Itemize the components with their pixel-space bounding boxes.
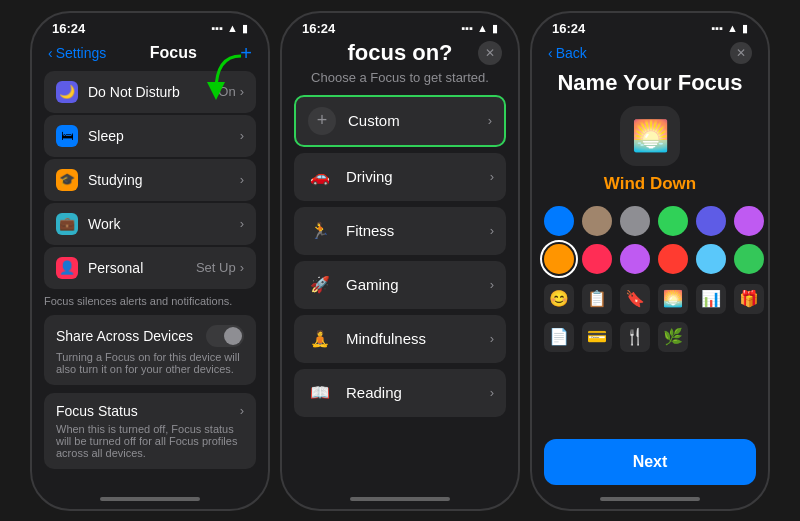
work-item[interactable]: 💼 Work ›: [44, 203, 256, 245]
mindfulness-label: Mindfulness: [346, 330, 490, 347]
personal-status: Set Up: [196, 260, 236, 275]
next-button[interactable]: Next: [544, 439, 756, 485]
studying-chevron: ›: [240, 172, 244, 187]
signal-icon-2: ▪▪▪: [461, 22, 473, 34]
focus-status-card[interactable]: Focus Status › When this is turned off, …: [44, 393, 256, 469]
color-tan[interactable]: [582, 206, 612, 236]
custom-option[interactable]: + Custom ›: [294, 95, 506, 147]
back-label-3: Back: [556, 45, 587, 61]
icon-leaf[interactable]: 🌿: [658, 322, 688, 352]
color-violet[interactable]: [620, 244, 650, 274]
personal-label: Personal: [88, 260, 196, 276]
icon-card[interactable]: 💳: [582, 322, 612, 352]
icon-bookmark[interactable]: 🔖: [620, 284, 650, 314]
fitness-icon: 🏃: [306, 217, 334, 245]
driving-option[interactable]: 🚗 Driving ›: [294, 153, 506, 201]
driving-chevron: ›: [490, 169, 494, 184]
custom-label: Custom: [348, 112, 488, 129]
wifi-icon-3: ▲: [727, 22, 738, 34]
color-green[interactable]: [658, 206, 688, 236]
reading-option[interactable]: 📖 Reading ›: [294, 369, 506, 417]
home-indicator-1: [100, 497, 200, 501]
personal-chevron: ›: [240, 260, 244, 275]
wind-down-emoji: 🌅: [632, 118, 669, 153]
close-icon: ✕: [485, 46, 495, 60]
focus-on-subtitle: Choose a Focus to get started.: [294, 70, 506, 85]
icon-sunrise[interactable]: 🌅: [658, 284, 688, 314]
phone-2: 16:24 ▪▪▪ ▲ ▮ ✕ focus on? Choose a Focus…: [280, 11, 520, 511]
gaming-option[interactable]: 🚀 Gaming ›: [294, 261, 506, 309]
sleep-icon: 🛏: [56, 125, 78, 147]
back-chevron-icon-3: ‹: [548, 45, 553, 61]
color-blue[interactable]: [544, 206, 574, 236]
icon-list[interactable]: 📋: [582, 284, 612, 314]
wifi-icon: ▲: [227, 22, 238, 34]
icon-emoji[interactable]: 😊: [544, 284, 574, 314]
work-chevron: ›: [240, 216, 244, 231]
phone-1: 16:24 ▪▪▪ ▲ ▮ ‹ Settings Focus +: [30, 11, 270, 511]
color-gray[interactable]: [620, 206, 650, 236]
status-bar-2: 16:24 ▪▪▪ ▲ ▮: [282, 13, 518, 40]
home-indicator-2: [350, 497, 450, 501]
close-button[interactable]: ✕: [478, 41, 502, 65]
driving-label: Driving: [346, 168, 490, 185]
sleep-item[interactable]: 🛏 Sleep ›: [44, 115, 256, 157]
focus-name-display[interactable]: Wind Down: [604, 174, 696, 194]
studying-label: Studying: [88, 172, 240, 188]
mindfulness-option[interactable]: 🧘 Mindfulness ›: [294, 315, 506, 363]
icon-doc[interactable]: 📄: [544, 322, 574, 352]
color-pink[interactable]: [582, 244, 612, 274]
phone2-content: focus on? Choose a Focus to get started.…: [282, 40, 518, 493]
studying-item[interactable]: 🎓 Studying ›: [44, 159, 256, 201]
share-devices-title: Share Across Devices: [56, 328, 193, 344]
work-icon: 💼: [56, 213, 78, 235]
settings-back-button[interactable]: ‹ Settings: [48, 45, 106, 61]
focus-status-desc: When this is turned off, Focus status wi…: [56, 423, 244, 459]
icon-chart[interactable]: 📊: [696, 284, 726, 314]
battery-icon: ▮: [242, 22, 248, 35]
home-indicator-3: [600, 497, 700, 501]
share-devices-card[interactable]: Share Across Devices Turning a Focus on …: [44, 315, 256, 385]
studying-icon: 🎓: [56, 169, 78, 191]
nav-bar-3: ‹ Back ✕: [532, 40, 768, 70]
reading-chevron: ›: [490, 385, 494, 400]
driving-icon: 🚗: [306, 163, 334, 191]
reading-label: Reading: [346, 384, 490, 401]
dnd-icon: 🌙: [56, 81, 78, 103]
color-indigo[interactable]: [696, 206, 726, 236]
time-1: 16:24: [52, 21, 85, 36]
icon-gift[interactable]: 🎁: [734, 284, 764, 314]
signal-icon: ▪▪▪: [211, 22, 223, 34]
battery-icon-3: ▮: [742, 22, 748, 35]
sleep-chevron: ›: [240, 128, 244, 143]
color-mint[interactable]: [734, 244, 764, 274]
signal-icon-3: ▪▪▪: [711, 22, 723, 34]
time-3: 16:24: [552, 21, 585, 36]
status-icons-1: ▪▪▪ ▲ ▮: [211, 22, 248, 35]
color-orange[interactable]: [544, 244, 574, 274]
phones-container: 16:24 ▪▪▪ ▲ ▮ ‹ Settings Focus +: [22, 3, 778, 519]
gaming-chevron: ›: [490, 277, 494, 292]
close-icon-3: ✕: [736, 46, 746, 60]
sleep-label: Sleep: [88, 128, 240, 144]
icon-fork[interactable]: 🍴: [620, 322, 650, 352]
reading-icon: 📖: [306, 379, 334, 407]
fitness-option[interactable]: 🏃 Fitness ›: [294, 207, 506, 255]
share-devices-toggle[interactable]: [206, 325, 244, 347]
time-2: 16:24: [302, 21, 335, 36]
gaming-icon: 🚀: [306, 271, 334, 299]
color-lightblue[interactable]: [696, 244, 726, 274]
status-bar-1: 16:24 ▪▪▪ ▲ ▮: [32, 13, 268, 40]
focus-on-title: focus on?: [294, 40, 506, 66]
personal-item[interactable]: 👤 Personal Set Up ›: [44, 247, 256, 289]
back-button-3[interactable]: ‹ Back: [548, 45, 587, 61]
focus-status-title: Focus Status: [56, 403, 138, 419]
close-button-3[interactable]: ✕: [730, 42, 752, 64]
color-purple[interactable]: [734, 206, 764, 236]
work-label: Work: [88, 216, 240, 232]
focus-large-icon[interactable]: 🌅: [620, 106, 680, 166]
custom-plus-icon: +: [308, 107, 336, 135]
status-icons-3: ▪▪▪ ▲ ▮: [711, 22, 748, 35]
color-red[interactable]: [658, 244, 688, 274]
focus-status-chevron: ›: [240, 403, 244, 418]
